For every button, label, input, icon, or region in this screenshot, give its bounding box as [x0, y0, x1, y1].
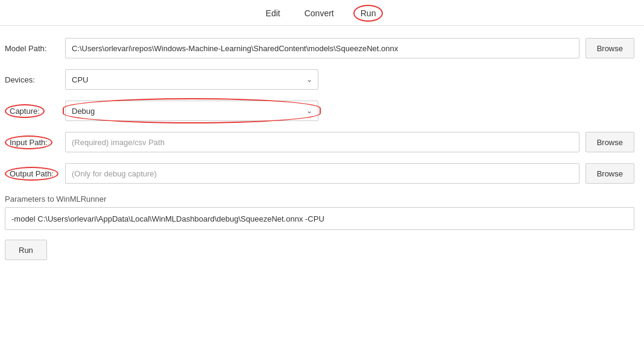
input-path-row: Input Path: Browse [5, 132, 634, 152]
devices-row: Devices: CPU GPU DirectX ⌄ [5, 69, 634, 90]
model-path-label-wrap: Model Path: [5, 44, 65, 53]
run-button[interactable]: Run [5, 240, 47, 260]
input-path-label-wrap: Input Path: [5, 135, 65, 149]
input-path-browse-button[interactable]: Browse [586, 132, 634, 152]
capture-row: Capture: Debug Release None ⌄ [5, 101, 634, 121]
output-path-label: Output Path: [5, 167, 58, 181]
devices-select-wrap: CPU GPU DirectX ⌄ [65, 69, 318, 90]
top-nav: Edit Convert Run [0, 0, 644, 26]
capture-select-wrap: Debug Release None ⌄ [65, 101, 318, 121]
params-input[interactable] [5, 207, 634, 230]
capture-label-wrap: Capture: [5, 104, 65, 118]
nav-edit[interactable]: Edit [261, 6, 285, 20]
model-path-row: Model Path: Browse [5, 38, 634, 58]
output-path-browse-button[interactable]: Browse [586, 163, 634, 184]
devices-label: Devices: [5, 75, 65, 84]
capture-select[interactable]: Debug Release None [65, 101, 318, 121]
params-label: Parameters to WinMLRunner [5, 194, 634, 204]
params-section: Parameters to WinMLRunner Run [5, 194, 634, 260]
nav-convert[interactable]: Convert [300, 6, 339, 20]
input-path-input[interactable] [65, 132, 579, 152]
devices-select[interactable]: CPU GPU DirectX [65, 69, 318, 90]
nav-run[interactable]: Run [353, 5, 384, 22]
input-path-label: Input Path: [5, 135, 52, 149]
output-path-row: Output Path: Browse [5, 163, 634, 184]
model-path-label: Model Path: [5, 44, 65, 53]
model-path-browse-button[interactable]: Browse [586, 38, 634, 58]
output-path-input[interactable] [65, 163, 579, 184]
output-path-label-wrap: Output Path: [5, 167, 65, 181]
devices-label-wrap: Devices: [5, 75, 65, 84]
model-path-input[interactable] [65, 38, 579, 58]
main-content: Model Path: Browse Devices: CPU GPU Dire… [0, 26, 644, 270]
capture-label: Capture: [5, 104, 45, 118]
